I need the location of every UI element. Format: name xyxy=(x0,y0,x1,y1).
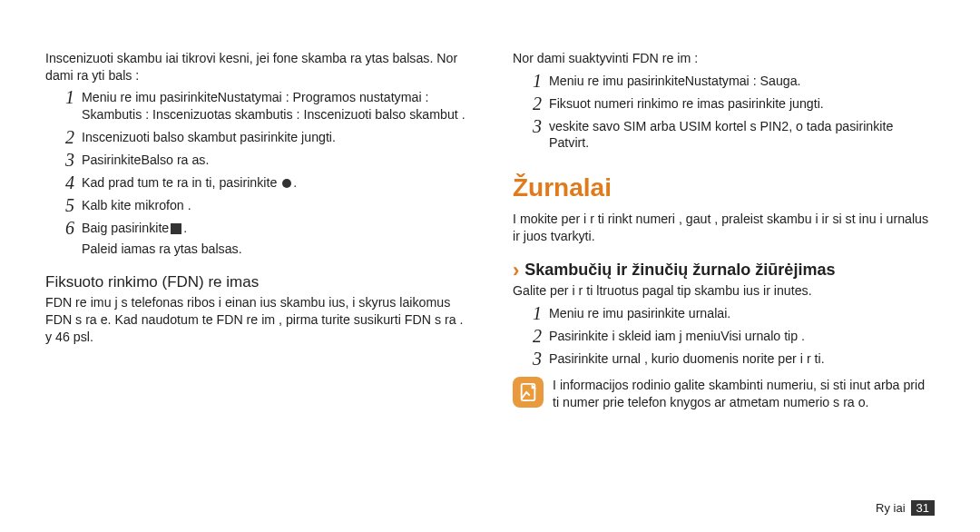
step-number: 5 xyxy=(54,195,74,214)
step-number: 6 xyxy=(54,218,74,237)
r2step-3: 3 Pasirinkite urnal , kurio duomenis nor… xyxy=(522,349,935,368)
step-number: 2 xyxy=(54,127,74,146)
section-desc: I mokite per i r ti rinkt numeri , gaut … xyxy=(513,211,935,244)
step-2: 2 Inscenizuoti balso skambut pasirinkite… xyxy=(54,127,467,146)
r2step-2: 2 Pasirinkite i skleid iam j meniuVisi u… xyxy=(522,326,935,345)
rstep-3: 3 veskite savo SIM arba USIM kortel s PI… xyxy=(522,116,935,152)
footer-label: Ry iai xyxy=(876,501,906,515)
step-text: Inscenizuoti balso skambut pasirinkite j… xyxy=(82,127,467,146)
page-footer: Ry iai 31 xyxy=(876,500,935,516)
chevron-icon: › xyxy=(513,261,519,281)
step-5: 5 Kalb kite mikrofon . xyxy=(54,195,467,214)
step-number: 2 xyxy=(522,326,542,345)
step-number: 3 xyxy=(522,349,542,368)
step-text: PasirinkiteBalso ra as. xyxy=(82,150,467,169)
subsection-desc: Galite per i r ti ltruotus pagal tip ska… xyxy=(513,282,935,300)
step-text: Fiksuot numeri rinkimo re imas pasirinki… xyxy=(549,94,935,113)
step-number: 3 xyxy=(54,150,74,169)
step-3: 3 PasirinkiteBalso ra as. xyxy=(54,150,467,169)
page-number: 31 xyxy=(911,500,935,516)
subsection-title: Skambučių ir žinučių žurnalo žiūrėjimas xyxy=(524,260,835,281)
step-text-part: Baig pasirinkite xyxy=(82,221,169,235)
step-number: 1 xyxy=(522,71,542,90)
record-dot-icon xyxy=(282,179,291,188)
right-intro: Nor dami suaktyvinti FDN re im : xyxy=(513,50,935,67)
rstep-1: 1 Meniu re imu pasirinkiteNustatymai : S… xyxy=(522,71,935,90)
step-text: Meniu re imu pasirinkiteNustatymai : Pro… xyxy=(82,87,467,123)
left-after: Paleid iamas ra ytas balsas. xyxy=(82,241,467,258)
note-text: I informacijos rodinio galite skambinti … xyxy=(553,377,935,410)
step-text: Meniu re imu pasirinkiteNustatymai : Sau… xyxy=(549,71,935,90)
step-1: 1 Meniu re imu pasirinkiteNustatymai : P… xyxy=(54,87,467,123)
note-block: I informacijos rodinio galite skambinti … xyxy=(513,377,935,410)
fdn-subhead: Fiksuoto rinkimo (FDN) re imas xyxy=(45,272,467,292)
step-number: 2 xyxy=(522,94,542,113)
stop-square-icon xyxy=(171,223,181,234)
step-number: 1 xyxy=(522,303,542,322)
step-6: 6 Baig pasirinkite. xyxy=(54,218,467,237)
subsection-heading: › Skambučių ir žinučių žurnalo žiūrėjima… xyxy=(513,260,935,281)
note-icon xyxy=(513,377,544,408)
step-text: Kalb kite mikrofon . xyxy=(82,195,467,214)
right-column: Nor dami suaktyvinti FDN re im : 1 Meniu… xyxy=(513,50,935,532)
rstep-2: 2 Fiksuot numeri rinkimo re imas pasirin… xyxy=(522,94,935,113)
step-4: 4 Kad prad tum te ra in ti, pasirinkite … xyxy=(54,172,467,192)
left-column: Inscenizuoti skambu iai tikrovi kesni, j… xyxy=(45,50,467,532)
step-text: Baig pasirinkite. xyxy=(82,218,467,237)
step-text: veskite savo SIM arba USIM kortel s PIN2… xyxy=(549,116,935,152)
step-number: 3 xyxy=(522,116,542,135)
step-number: 4 xyxy=(54,172,74,192)
r2step-1: 1 Meniu re imu pasirinkite urnalai. xyxy=(522,303,935,322)
left-intro: Inscenizuoti skambu iai tikrovi kesni, j… xyxy=(45,50,467,84)
step-text: Pasirinkite urnal , kurio duomenis norit… xyxy=(549,349,935,368)
step-text: Pasirinkite i skleid iam j meniuVisi urn… xyxy=(549,326,935,345)
fdn-desc: FDN re imu j s telefonas ribos i einan i… xyxy=(45,294,467,345)
step-number: 1 xyxy=(54,87,74,106)
step-text: Meniu re imu pasirinkite urnalai. xyxy=(549,303,935,322)
step-text-part: Kad prad tum te ra in ti, pasirinkite xyxy=(82,175,280,190)
step-text: Kad prad tum te ra in ti, pasirinkite . xyxy=(82,172,467,192)
section-heading: Žurnalai xyxy=(513,172,935,205)
